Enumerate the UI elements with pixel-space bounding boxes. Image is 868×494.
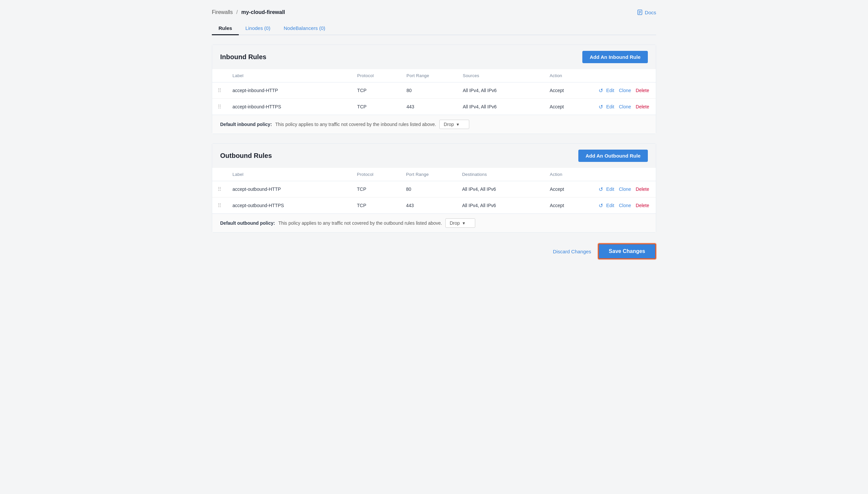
outbound-row1-actions: ↺ Edit Clone Delete [599,186,650,192]
inbound-drag-col-header [212,69,227,82]
outbound-row2-edit-button[interactable]: Edit [605,202,616,209]
inbound-rules-table: Label Protocol Port Range Sources Action… [212,69,656,115]
undo-icon[interactable]: ↺ [599,186,603,192]
inbound-policy-row: Default inbound policy: This policy appl… [212,115,656,134]
outbound-rules-table: Label Protocol Port Range Destinations A… [212,168,656,213]
outbound-portrange-header: Port Range [401,168,457,181]
outbound-row1-label: accept-outbound-HTTP [227,181,352,197]
inbound-protocol-header: Protocol [352,69,401,82]
docs-link[interactable]: Docs [637,9,656,15]
breadcrumb-separator: / [237,9,238,15]
drag-handle-icon[interactable]: ⠿ [218,88,222,93]
outbound-policy-value: Drop [450,221,459,226]
inbound-row1-delete-button[interactable]: Delete [635,87,650,94]
discard-changes-button[interactable]: Discard Changes [553,249,591,254]
inbound-row2-delete-button[interactable]: Delete [635,103,650,110]
outbound-row2-clone-button[interactable]: Clone [618,202,633,209]
chevron-down-icon: ▾ [457,122,459,127]
undo-icon[interactable]: ↺ [599,88,603,94]
inbound-row1-protocol: TCP [352,82,401,99]
outbound-row2-protocol: TCP [352,197,401,214]
inbound-policy-value: Drop [444,122,454,127]
outbound-destinations-header: Destinations [457,168,544,181]
table-row: ⠿ accept-outbound-HTTP TCP 80 All IPv4, … [212,181,656,197]
outbound-row1-action: Accept [544,181,593,197]
undo-icon[interactable]: ↺ [599,104,603,110]
tab-linodes[interactable]: Linodes (0) [239,22,277,35]
outbound-section-title: Outbound Rules [220,152,272,159]
inbound-row2-clone-button[interactable]: Clone [618,103,633,110]
inbound-row2-action: Accept [544,99,593,115]
tabs: Rules Linodes (0) NodeBalancers (0) [212,22,656,35]
docs-icon [637,9,643,15]
drag-handle-icon[interactable]: ⠿ [218,187,222,192]
outbound-row2-actions: ↺ Edit Clone Delete [599,202,650,209]
save-changes-button[interactable]: Save Changes [598,243,656,259]
inbound-rules-section: Inbound Rules Add An Inbound Rule Label … [212,44,656,134]
breadcrumb-parent[interactable]: Firewalls [212,9,233,15]
outbound-row2-destinations: All IPv4, All IPv6 [457,197,544,214]
inbound-policy-text: This policy applies to any traffic not c… [276,122,436,127]
outbound-row2-action: Accept [544,197,593,214]
inbound-portrange-header: Port Range [401,69,457,82]
tab-rules[interactable]: Rules [212,22,239,35]
outbound-row1-portrange: 80 [401,181,457,197]
inbound-row1-drag[interactable]: ⠿ [212,82,227,99]
outbound-row1-delete-button[interactable]: Delete [635,186,650,192]
tab-nodebalancers[interactable]: NodeBalancers (0) [277,22,332,35]
undo-icon[interactable]: ↺ [599,203,603,209]
table-row: ⠿ accept-inbound-HTTPS TCP 443 All IPv4,… [212,99,656,115]
inbound-row1-edit-button[interactable]: Edit [605,87,616,94]
outbound-row1-destinations: All IPv4, All IPv6 [457,181,544,197]
outbound-policy-select[interactable]: Drop ▾ [445,218,475,228]
outbound-protocol-header: Protocol [352,168,401,181]
outbound-row2-drag[interactable]: ⠿ [212,197,227,214]
outbound-row2-label: accept-outbound-HTTPS [227,197,352,214]
outbound-policy-row: Default outbound policy: This policy app… [212,213,656,232]
inbound-action-header: Action [544,69,593,82]
docs-label: Docs [645,10,656,15]
outbound-actions-col-header [593,168,656,181]
inbound-row1-portrange: 80 [401,82,457,99]
chevron-down-icon: ▾ [463,221,465,226]
inbound-row2-actions: ↺ Edit Clone Delete [599,103,650,110]
inbound-label-header: Label [227,69,352,82]
outbound-row1-drag[interactable]: ⠿ [212,181,227,197]
inbound-row1-actions: ↺ Edit Clone Delete [599,87,650,94]
inbound-policy-label: Default inbound policy: [220,122,272,127]
outbound-row1-edit-button[interactable]: Edit [605,186,616,192]
inbound-section-title: Inbound Rules [220,53,266,61]
outbound-row2-portrange: 443 [401,197,457,214]
inbound-row2-sources: All IPv4, All IPv6 [457,99,544,115]
inbound-sources-header: Sources [457,69,544,82]
outbound-action-header: Action [544,168,593,181]
outbound-row1-protocol: TCP [352,181,401,197]
outbound-label-header: Label [227,168,352,181]
breadcrumb: Firewalls / my-cloud-firewall [212,9,285,15]
outbound-drag-col-header [212,168,227,181]
table-row: ⠿ accept-inbound-HTTP TCP 80 All IPv4, A… [212,82,656,99]
breadcrumb-current: my-cloud-firewall [241,9,285,15]
inbound-actions-col-header [593,69,656,82]
outbound-row2-delete-button[interactable]: Delete [635,202,650,209]
inbound-row1-label: accept-inbound-HTTP [227,82,352,99]
drag-handle-icon[interactable]: ⠿ [218,203,222,208]
add-outbound-rule-button[interactable]: Add An Outbound Rule [578,150,648,162]
drag-handle-icon[interactable]: ⠿ [218,104,222,110]
inbound-policy-select[interactable]: Drop ▾ [439,120,469,129]
outbound-rules-section: Outbound Rules Add An Outbound Rule Labe… [212,143,656,233]
inbound-row1-sources: All IPv4, All IPv6 [457,82,544,99]
inbound-row1-action: Accept [544,82,593,99]
footer-actions: Discard Changes Save Changes [212,243,656,266]
inbound-row2-protocol: TCP [352,99,401,115]
outbound-policy-text: This policy applies to any traffic not c… [278,221,442,226]
outbound-policy-label: Default outbound policy: [220,221,275,226]
inbound-row2-portrange: 443 [401,99,457,115]
add-inbound-rule-button[interactable]: Add An Inbound Rule [582,51,648,63]
inbound-row2-label: accept-inbound-HTTPS [227,99,352,115]
inbound-row1-clone-button[interactable]: Clone [618,87,633,94]
inbound-row2-edit-button[interactable]: Edit [605,103,616,110]
inbound-row2-drag[interactable]: ⠿ [212,99,227,115]
outbound-row1-clone-button[interactable]: Clone [618,186,633,192]
table-row: ⠿ accept-outbound-HTTPS TCP 443 All IPv4… [212,197,656,214]
